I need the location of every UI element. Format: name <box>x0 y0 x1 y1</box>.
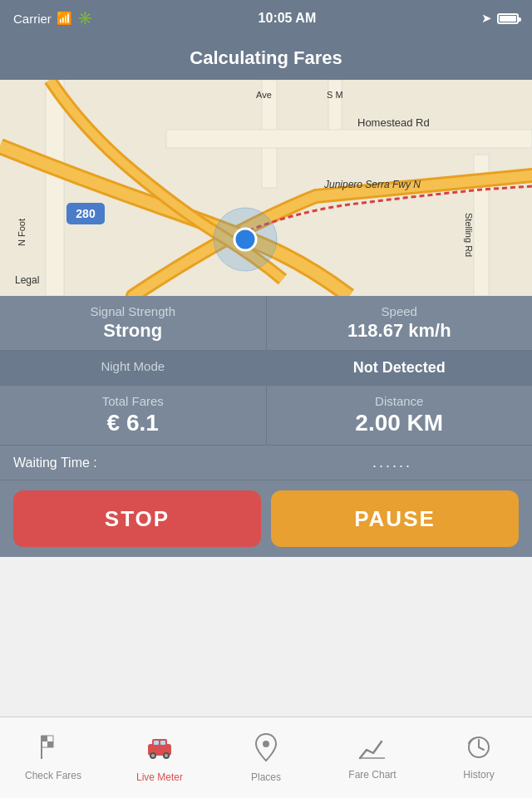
signal-strength-cell: Signal Strength Strong <box>0 296 267 350</box>
night-mode-value-cell: Not Detected <box>267 351 533 385</box>
svg-text:S M: S M <box>327 90 343 100</box>
tab-fare-chart-label: Fare Chart <box>348 769 396 781</box>
waiting-time-value: ...... <box>266 454 519 471</box>
night-mode-row: Night Mode Not Detected <box>0 351 532 386</box>
svg-text:Legal: Legal <box>15 274 39 286</box>
location-icon: ➤ <box>481 11 492 26</box>
night-mode-label: Night Mode <box>13 359 253 373</box>
signal-strength-label: Signal Strength <box>13 304 253 318</box>
clock-icon <box>466 735 491 766</box>
signal-speed-row: Signal Strength Strong Speed 118.67 km/h <box>0 296 532 351</box>
tab-history-label: History <box>463 769 494 781</box>
night-mode-label-cell: Night Mode <box>0 351 267 385</box>
stop-button[interactable]: STOP <box>13 490 261 547</box>
speed-label: Speed <box>280 304 520 318</box>
pause-button[interactable]: PAUSE <box>271 490 519 547</box>
total-fares-label: Total Fares <box>13 394 253 408</box>
wifi-icon: 📶 <box>57 11 72 26</box>
speed-cell: Speed 118.67 km/h <box>267 296 533 350</box>
time-label: 10:05 AM <box>259 11 317 25</box>
svg-rect-22 <box>47 741 53 747</box>
app-header: Calculating Fares <box>0 37 532 80</box>
tab-check-fares[interactable]: Check Fares <box>0 717 106 798</box>
battery-icon <box>497 13 519 24</box>
svg-text:N Foot: N Foot <box>17 219 27 246</box>
distance-label: Distance <box>280 394 520 408</box>
svg-point-29 <box>165 754 168 757</box>
status-bar: Carrier 📶 ✳️ 10:05 AM ➤ <box>0 0 532 37</box>
total-fares-value: € 6.1 <box>13 410 253 436</box>
map-view[interactable]: 280 Homestead Rd Junipero Serra Fwy N St… <box>0 80 532 296</box>
svg-line-36 <box>479 747 484 750</box>
taxi-icon <box>145 732 175 768</box>
svg-point-27 <box>151 754 155 757</box>
tab-live-meter[interactable]: Live Meter <box>106 717 213 798</box>
svg-point-19 <box>234 229 256 250</box>
svg-text:Stelling Rd: Stelling Rd <box>464 213 474 257</box>
svg-text:280: 280 <box>76 207 96 220</box>
fares-distance-row: Total Fares € 6.1 Distance 2.00 KM <box>0 386 532 446</box>
page-title: Calculating Fares <box>190 47 342 69</box>
tab-places[interactable]: Places <box>213 717 319 798</box>
svg-text:Ave: Ave <box>256 90 272 100</box>
svg-rect-21 <box>42 736 47 741</box>
svg-rect-6 <box>328 80 342 138</box>
speed-value: 118.67 km/h <box>280 320 520 342</box>
waiting-time-row: Waiting Time : ...... <box>0 446 532 480</box>
info-grid: Signal Strength Strong Speed 118.67 km/h… <box>0 296 532 480</box>
total-fares-cell: Total Fares € 6.1 <box>0 386 267 445</box>
tab-places-label: Places <box>251 771 281 783</box>
tab-check-fares-label: Check Fares <box>25 770 81 781</box>
svg-point-32 <box>263 741 269 747</box>
svg-rect-31 <box>160 741 165 745</box>
distance-value: 2.00 KM <box>280 410 520 436</box>
action-buttons: STOP PAUSE <box>0 480 532 557</box>
chart-icon <box>358 735 387 766</box>
svg-rect-8 <box>166 130 532 148</box>
activity-icon: ✳️ <box>77 11 93 26</box>
signal-strength-value: Strong <box>13 320 253 342</box>
svg-rect-4 <box>46 80 64 296</box>
pin-icon <box>254 732 278 768</box>
waiting-time-label: Waiting Time : <box>13 456 266 470</box>
svg-text:Homestead Rd: Homestead Rd <box>357 116 430 129</box>
svg-text:Junipero Serra Fwy N: Junipero Serra Fwy N <box>323 179 421 190</box>
tab-history[interactable]: History <box>426 717 532 798</box>
svg-rect-30 <box>154 741 159 745</box>
distance-cell: Distance 2.00 KM <box>267 386 533 445</box>
tab-live-meter-label: Live Meter <box>136 771 183 783</box>
night-mode-value: Not Detected <box>280 359 520 377</box>
tab-fare-chart[interactable]: Fare Chart <box>319 717 426 798</box>
flag-icon <box>40 734 66 766</box>
tab-bar: Check Fares Live Meter <box>0 717 532 798</box>
carrier-label: Carrier <box>13 12 52 26</box>
